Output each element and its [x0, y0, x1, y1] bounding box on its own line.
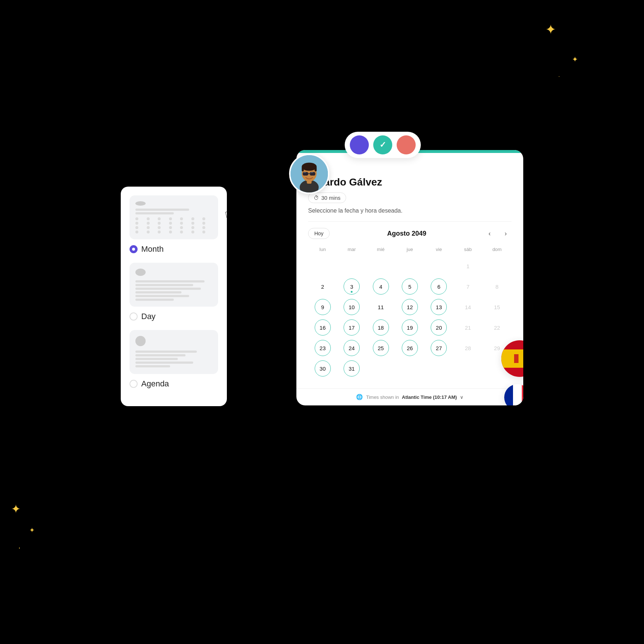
color-option-purple[interactable] [350, 135, 369, 154]
month-radio[interactable] [130, 245, 138, 253]
sparkle-decoration: ✦ [572, 55, 578, 64]
day-radio[interactable] [130, 312, 138, 321]
calendar-day-31[interactable]: 31 [344, 360, 360, 377]
profile-name: Ricardo Gálvez [308, 176, 512, 188]
calendar-day-26[interactable]: 26 [402, 340, 418, 356]
calendar-cell: 24 [337, 338, 366, 357]
preview-avatar [135, 336, 146, 346]
calendar-cell: 14 [453, 297, 482, 317]
svg-rect-12 [514, 354, 518, 363]
svg-rect-15 [522, 384, 523, 405]
calendar-cell: 9 [308, 297, 337, 317]
weekday-sab: sáb [453, 245, 482, 254]
calendar-cell: 10 [337, 297, 366, 317]
calendar-day-9[interactable]: 9 [315, 299, 331, 315]
calendar-cell: 25 [366, 338, 395, 357]
calendar-cell [337, 257, 366, 276]
calendar-day-18[interactable]: 18 [373, 319, 389, 336]
card-content: Ricardo Gálvez ⏱ 30 mins Seleccione la f… [296, 153, 523, 388]
calendar-cell [453, 359, 482, 378]
booking-card: Ricardo Gálvez ⏱ 30 mins Seleccione la f… [296, 150, 523, 405]
avatar [289, 154, 329, 194]
calendar-day-11: 11 [373, 299, 389, 315]
calendar-day-21: 21 [460, 319, 476, 336]
svg-rect-9 [308, 173, 310, 174]
divider [308, 221, 512, 222]
calendar-day-10[interactable]: 10 [344, 299, 360, 315]
today-button[interactable]: Hoy [308, 228, 330, 239]
calendar-day-19[interactable]: 19 [402, 319, 418, 336]
calendar-cell: 6 [424, 277, 453, 296]
calendar-weekday-header: lun mar mié jue vie sáb dom [308, 245, 512, 254]
weekday-lun: lun [308, 245, 337, 254]
card-footer: 🌐 Times shown in Atlantic Time (10:17 AM… [296, 388, 523, 405]
calendar-day-6[interactable]: 6 [431, 278, 447, 295]
day-preview [130, 263, 218, 307]
calendar-cell: 19 [395, 318, 424, 337]
preview-lines [135, 209, 212, 214]
next-month-button[interactable]: › [500, 228, 512, 239]
calendar-day-13[interactable]: 13 [431, 299, 447, 315]
calendar-cell: 30 [308, 359, 337, 378]
calendar-cell [395, 359, 424, 378]
day-label: Day [141, 312, 156, 321]
color-option-teal[interactable]: ✓ [373, 135, 392, 154]
calendar-cell [366, 359, 395, 378]
calendar-day-27[interactable]: 27 [431, 340, 447, 356]
calendar-day-25[interactable]: 25 [373, 340, 389, 356]
booking-subtitle: Seleccione la fecha y hora deseada. [308, 207, 512, 214]
color-selector: ✓ [345, 132, 421, 158]
preview-avatar [135, 269, 146, 276]
calendar-row: 2345678 [308, 277, 512, 296]
preview-bars [135, 280, 212, 301]
color-option-coral[interactable] [397, 135, 416, 154]
preview-dots-grid [135, 217, 212, 233]
calendar-day-16[interactable]: 16 [315, 319, 331, 336]
sparkle-decoration: · [18, 543, 20, 553]
weekday-mie: mié [366, 245, 395, 254]
calendar-day-3[interactable]: 3 [344, 278, 360, 295]
calendar-cell: 26 [395, 338, 424, 357]
calendar-cell: 20 [424, 318, 453, 337]
globe-icon: 🌐 [356, 394, 363, 400]
calendar-day-7: 7 [460, 278, 476, 295]
calendar-cell: 17 [337, 318, 366, 337]
weekday-mar: mar [337, 245, 366, 254]
calendar-cell: 23 [308, 338, 337, 357]
agenda-label: Agenda [141, 379, 169, 389]
calendar-cell: 18 [366, 318, 395, 337]
view-option-day[interactable]: Day [130, 263, 218, 321]
check-icon: ✓ [379, 140, 386, 150]
calendar-cell: 4 [366, 277, 395, 296]
chevron-down-icon[interactable]: ∨ [460, 394, 464, 400]
calendar-row: 9101112131415 [308, 297, 512, 317]
calendar-day-5[interactable]: 5 [402, 278, 418, 295]
avatar-wrapper [289, 154, 329, 194]
view-option-month[interactable]: Month ☞ [130, 195, 218, 254]
calendar-day-30[interactable]: 30 [315, 360, 331, 377]
calendar-day-22: 22 [489, 319, 505, 336]
calendar-day-12[interactable]: 12 [402, 299, 418, 315]
cursor-icon: ☞ [224, 206, 238, 223]
calendar-day-4[interactable]: 4 [373, 278, 389, 295]
sparkle-decoration: ✦ [545, 22, 556, 37]
preview-bars [135, 351, 212, 367]
svg-rect-14 [513, 384, 522, 405]
calendar-cell: 3 [337, 277, 366, 296]
month-radio-row: Month [130, 244, 218, 254]
calendar-cell [424, 257, 453, 276]
calendar-day-23[interactable]: 23 [315, 340, 331, 356]
calendar-header: Hoy Agosto 2049 ‹ › [308, 228, 512, 239]
calendar-day-20[interactable]: 20 [431, 319, 447, 336]
calendar-day-24[interactable]: 24 [344, 340, 360, 356]
calendar-cell: 12 [395, 297, 424, 317]
agenda-radio-row: Agenda [130, 379, 218, 389]
agenda-radio[interactable] [130, 380, 138, 388]
calendar-cell: 31 [337, 359, 366, 378]
view-option-agenda[interactable]: Agenda [130, 330, 218, 389]
sparkle-decoration: · [558, 73, 560, 79]
duration-text: 30 mins [321, 195, 341, 201]
calendar-day-17[interactable]: 17 [344, 319, 360, 336]
clock-icon: ⏱ [314, 195, 319, 201]
prev-month-button[interactable]: ‹ [484, 228, 495, 239]
